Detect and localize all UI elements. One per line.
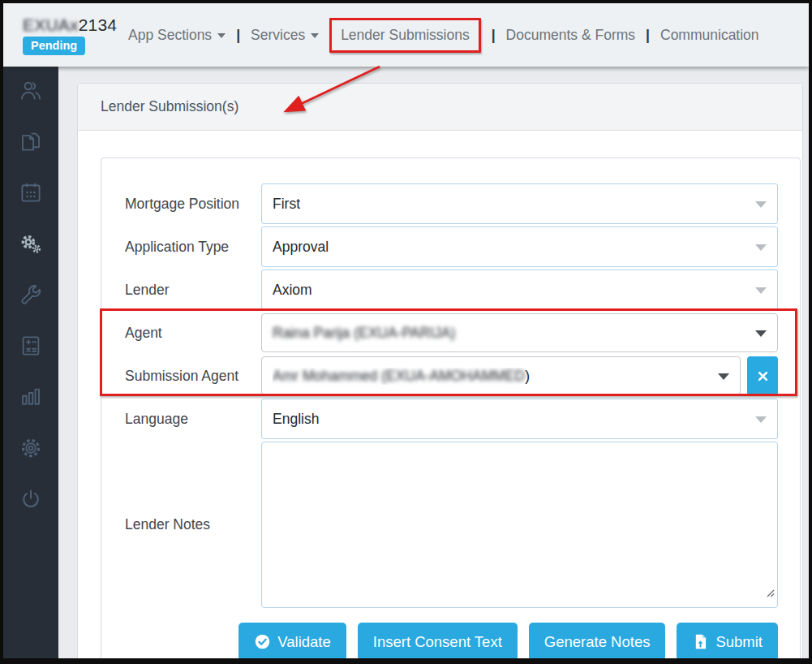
services-cogs-icon xyxy=(19,231,43,256)
submission-agent-select[interactable]: Amr Mohammed (EXUA-AMOHAMMED) xyxy=(261,356,741,395)
submit-button[interactable]: Submit xyxy=(677,623,778,661)
application-type-select[interactable]: Approval xyxy=(261,226,778,267)
app-id-number: 2134 xyxy=(79,15,118,34)
sidebar-item-contacts[interactable] xyxy=(19,78,43,102)
insert-consent-text-button[interactable]: Insert Consent Text xyxy=(358,623,518,661)
lender-notes-textarea[interactable] xyxy=(261,442,778,608)
nav-item-services[interactable]: Services xyxy=(251,27,319,44)
nav-separator: | xyxy=(236,27,240,44)
agent-value-redacted: Raina Parija (EXUA-PARIJA) xyxy=(273,325,455,342)
form-row: Lender Axiom xyxy=(125,269,778,310)
form-row: Lender Notes xyxy=(125,442,778,608)
language-value: English xyxy=(273,411,319,428)
application-reference: EXUAx2134 Pending xyxy=(3,15,110,55)
resize-handle-icon[interactable] xyxy=(765,587,775,601)
calendar-icon xyxy=(19,180,43,205)
form-row: Submission Agent Amr Mohammed (EXUA-AMOH… xyxy=(125,356,778,396)
sidebar-item-settings[interactable] xyxy=(19,436,43,460)
mortgage-position-value: First xyxy=(273,196,300,213)
file-upload-icon xyxy=(692,633,709,650)
field-label: Submission Agent xyxy=(125,368,261,385)
chevron-down-icon xyxy=(311,33,319,38)
validate-button[interactable]: Validate xyxy=(238,623,346,661)
status-badge: Pending xyxy=(23,37,85,55)
clear-submission-agent-button[interactable] xyxy=(747,356,778,395)
app-window: EXUAx2134 Pending App Sections | Service… xyxy=(0,0,812,664)
users-icon xyxy=(19,78,43,102)
submission-agent-value-tail: ) xyxy=(525,368,530,384)
calculator-icon xyxy=(19,334,43,358)
field-label: Language xyxy=(125,411,261,428)
field-label: Lender Notes xyxy=(125,516,261,533)
top-navigation: App Sections | Services Lender Submissio… xyxy=(128,18,759,53)
lender-submissions-panel: Lender Submission(s) Mortgage Position F… xyxy=(77,83,803,664)
lender-select[interactable]: Axiom xyxy=(261,269,778,310)
mortgage-position-select[interactable]: First xyxy=(261,183,778,224)
field-label: Agent xyxy=(125,325,261,342)
app-id-title: EXUAx2134 xyxy=(23,15,110,35)
sidebar-item-reports[interactable] xyxy=(19,385,43,409)
form-row: Language English xyxy=(125,399,778,439)
sidebar-item-calendar[interactable] xyxy=(19,180,43,205)
form-row: Application Type Approval xyxy=(125,226,778,267)
nav-item-documents-forms[interactable]: Documents & Forms xyxy=(506,27,635,44)
agent-select[interactable]: Raina Parija (EXUA-PARIJA) xyxy=(261,313,778,352)
chevron-down-icon xyxy=(755,287,767,294)
sidebar-item-calculator[interactable] xyxy=(19,334,43,358)
top-header: EXUAx2134 Pending App Sections | Service… xyxy=(3,3,809,67)
application-type-value: Approval xyxy=(273,239,329,256)
chevron-down-icon xyxy=(755,244,767,251)
left-sidebar xyxy=(3,67,58,658)
submission-agent-value-redacted: Amr Mohammed (EXUA-AMOHAMMED xyxy=(273,368,525,384)
sidebar-item-tools[interactable] xyxy=(19,282,43,307)
wrench-icon xyxy=(19,282,43,307)
close-icon xyxy=(757,370,769,382)
chevron-down-icon xyxy=(755,201,767,208)
panel-title: Lender Submission(s) xyxy=(101,98,238,115)
chevron-down-icon xyxy=(755,330,767,337)
sidebar-item-services[interactable] xyxy=(19,231,43,256)
check-circle-icon xyxy=(254,633,271,650)
form-actions: Validate Insert Consent Text Generate No… xyxy=(125,623,778,661)
nav-separator: | xyxy=(492,27,496,44)
power-icon xyxy=(19,487,43,511)
lender-value: Axiom xyxy=(273,282,312,299)
submission-form-card: Mortgage Position First Application Type… xyxy=(101,157,801,664)
panel-header: Lender Submission(s) xyxy=(78,84,802,131)
language-select[interactable]: English xyxy=(261,399,778,439)
reports-bar-chart-icon xyxy=(19,385,43,409)
form-row: Mortgage Position First xyxy=(125,183,778,224)
chevron-down-icon xyxy=(718,373,729,380)
main-content: Lender Submission(s) Mortgage Position F… xyxy=(58,67,809,658)
nav-item-communication[interactable]: Communication xyxy=(660,27,759,44)
chevron-down-icon xyxy=(755,416,767,423)
settings-gear-icon xyxy=(19,436,43,460)
nav-item-lender-submissions[interactable]: Lender Submissions xyxy=(329,18,481,53)
field-label: Lender xyxy=(125,282,261,299)
field-label: Application Type xyxy=(125,239,261,256)
nav-item-app-sections[interactable]: App Sections xyxy=(128,27,226,44)
nav-separator: | xyxy=(646,27,650,44)
sidebar-item-logout[interactable] xyxy=(19,487,43,511)
field-label: Mortgage Position xyxy=(125,196,261,213)
generate-notes-button[interactable]: Generate Notes xyxy=(529,623,666,661)
form-row: Agent Raina Parija (EXUA-PARIJA) xyxy=(125,313,778,353)
sidebar-item-documents[interactable] xyxy=(19,129,43,153)
app-id-redacted: EXUAx xyxy=(23,15,79,34)
chevron-down-icon xyxy=(217,33,226,38)
documents-icon xyxy=(19,129,43,153)
